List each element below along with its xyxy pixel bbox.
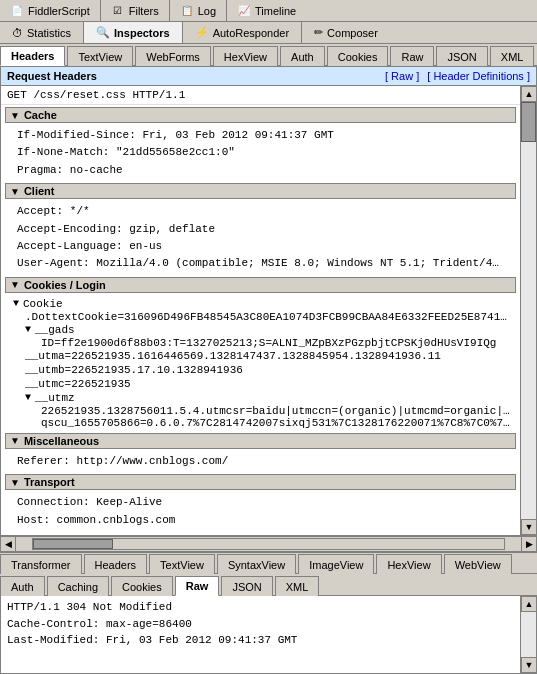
bar-composer[interactable]: ✏ Composer (302, 22, 390, 43)
group-transport-header[interactable]: ▼ Transport (5, 474, 516, 490)
request-headers-titlebar: Request Headers [ Raw ] [ Header Definit… (0, 66, 537, 86)
hscroll-left[interactable]: ◀ (0, 536, 16, 552)
btab2-json[interactable]: JSON (221, 576, 272, 596)
tab-auth-label: Auth (291, 51, 314, 63)
tab-json[interactable]: JSON (436, 46, 487, 66)
group-misc-label: Miscellaneous (24, 435, 99, 447)
vscroll-track[interactable] (521, 102, 536, 519)
btab-textview[interactable]: TextView (149, 554, 215, 574)
btab-webview[interactable]: WebView (444, 554, 512, 574)
bar-autoresponder-label: AutoResponder (213, 27, 289, 39)
menu-timeline[interactable]: 📈 Timeline (227, 0, 306, 21)
hscroll-right[interactable]: ▶ (521, 536, 537, 552)
btab-hexview[interactable]: HexView (376, 554, 441, 574)
btab2-caching[interactable]: Caching (47, 576, 109, 596)
group-client-header[interactable]: ▼ Client (5, 183, 516, 199)
cookie-dottext-toggle: ▼ (13, 298, 19, 309)
menu-log[interactable]: 📋 Log (170, 0, 227, 21)
compose-icon: ✏ (314, 26, 323, 39)
group-misc-header[interactable]: ▼ Miscellaneous (5, 433, 516, 449)
group-cache: ▼ Cache If-Modified-Since: Fri, 03 Feb 2… (1, 107, 520, 181)
bottom-vscroll-up[interactable]: ▲ (521, 596, 537, 612)
btab2-xml[interactable]: XML (275, 576, 320, 596)
tab-hexview[interactable]: HexView (213, 46, 278, 66)
timeline-icon: 📈 (237, 4, 251, 18)
utmz-label: __utmz (35, 392, 75, 404)
bar-autoresponder[interactable]: ⚡ AutoResponder (183, 22, 302, 43)
cookie-dottext-header[interactable]: ▼ Cookie (9, 297, 512, 311)
tab-xml[interactable]: XML (490, 46, 535, 66)
btab-transformer[interactable]: Transformer (0, 554, 82, 574)
btab-textview-label: TextView (160, 559, 204, 571)
vscroll-thumb[interactable] (521, 102, 536, 142)
btab-hexview-label: HexView (387, 559, 430, 571)
utma-line: __utma=226521935.1616446569.1328147437.1… (9, 349, 512, 363)
tab-headers[interactable]: Headers (0, 46, 65, 66)
filter-icon: ☑ (111, 4, 125, 18)
tab-raw[interactable]: Raw (390, 46, 434, 66)
bottom-content-wrapper: HTTP/1.1 304 Not Modified Cache-Control:… (0, 596, 537, 674)
menu-timeline-label: Timeline (255, 5, 296, 17)
btab2-auth[interactable]: Auth (0, 576, 45, 596)
tab-webforms-label: WebForms (146, 51, 200, 63)
cache-line-3: Pragma: no-cache (17, 162, 504, 179)
gads-toggle: ▼ (25, 324, 31, 335)
cookies-login-toggle: ▼ (10, 279, 20, 290)
script-icon: 📄 (10, 4, 24, 18)
cache-toggle: ▼ (10, 110, 20, 121)
btab2-raw[interactable]: Raw (175, 576, 220, 596)
btab-imageview[interactable]: ImageView (298, 554, 374, 574)
vscroll-down[interactable]: ▼ (521, 519, 537, 535)
group-client: ▼ Client Accept: */* Accept-Encoding: gz… (1, 183, 520, 275)
request-line: GET /css/reset.css HTTP/1.1 (1, 86, 520, 105)
btab-headers[interactable]: Headers (84, 554, 148, 574)
utmz-value2: qscu_1655705866=0.6.0.7%7C2814742007sixq… (9, 417, 512, 429)
log-icon: 📋 (180, 4, 194, 18)
group-cookies-login: ▼ Cookies / Login ▼ Cookie .DottextCooki… (1, 277, 520, 431)
cookie-dottext-label: Cookie (23, 298, 63, 310)
btab-webview-label: WebView (455, 559, 501, 571)
vscroll-up[interactable]: ▲ (521, 86, 537, 102)
main-vscrollbar[interactable]: ▲ ▼ (520, 86, 536, 535)
group-client-label: Client (24, 185, 55, 197)
btab-headers-label: Headers (95, 559, 137, 571)
tab-webforms[interactable]: WebForms (135, 46, 211, 66)
bottom-vscroll-down[interactable]: ▼ (521, 657, 537, 673)
tab-auth[interactable]: Auth (280, 46, 325, 66)
bar-statistics[interactable]: ⏱ Statistics (0, 22, 84, 43)
menu-filters-label: Filters (129, 5, 159, 17)
cache-line-2: If-None-Match: "21dd55658e2cc1:0" (17, 144, 504, 161)
utmc-line: __utmc=226521935 (9, 377, 512, 391)
menu-filters[interactable]: ☑ Filters (101, 0, 170, 21)
bottom-vscroll-track[interactable] (521, 612, 536, 657)
cookie-gads-header[interactable]: ▼ __gads (9, 323, 512, 337)
group-cookies-login-header[interactable]: ▼ Cookies / Login (5, 277, 516, 293)
transport-line-1: Connection: Keep-Alive (17, 494, 504, 511)
cookie-utmz-header[interactable]: ▼ __utmz (9, 391, 512, 405)
group-client-content: Accept: */* Accept-Encoding: gzip, defla… (1, 201, 520, 275)
raw-link[interactable]: [ Raw ] (385, 70, 419, 82)
menu-fiddlerscript[interactable]: 📄 FiddlerScript (0, 0, 101, 21)
group-transport-content: Connection: Keep-Alive Host: common.cnbl… (1, 492, 520, 531)
group-cookies-login-label: Cookies / Login (24, 279, 106, 291)
bar-inspectors[interactable]: 🔍 Inspectors (84, 22, 183, 43)
tab-cookies[interactable]: Cookies (327, 46, 389, 66)
header-definitions-link[interactable]: [ Header Definitions ] (427, 70, 530, 82)
main-hscrollbar[interactable]: ◀ ▶ (0, 536, 537, 552)
hscroll-track[interactable] (32, 538, 505, 550)
gads-label: __gads (35, 324, 75, 336)
group-cache-header[interactable]: ▼ Cache (5, 107, 516, 123)
hscroll-thumb[interactable] (33, 539, 113, 549)
btab-syntaxview-label: SyntaxView (228, 559, 285, 571)
btab-syntaxview[interactable]: SyntaxView (217, 554, 296, 574)
tab-textview[interactable]: TextView (67, 46, 133, 66)
bottom-vscrollbar[interactable]: ▲ ▼ (520, 596, 536, 673)
transport-toggle: ▼ (10, 477, 20, 488)
utmz-value1: 226521935.1328756011.5.4.utmcsr=baidu|ut… (9, 405, 512, 417)
btab2-cookies[interactable]: Cookies (111, 576, 173, 596)
menu-log-label: Log (198, 5, 216, 17)
group-cache-content: If-Modified-Since: Fri, 03 Feb 2012 09:4… (1, 125, 520, 181)
bottom-tabbar-1: Transformer Headers TextView SyntaxView … (0, 552, 537, 574)
client-line-2: Accept-Encoding: gzip, deflate (17, 221, 504, 238)
group-misc: ▼ Miscellaneous Referer: http://www.cnbl… (1, 433, 520, 472)
